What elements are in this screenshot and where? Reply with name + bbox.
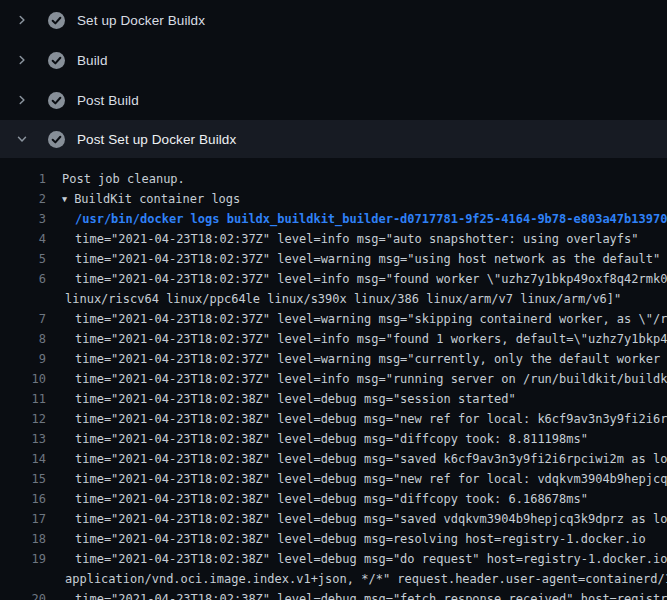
log-line: 18 time="2021-04-23T18:02:38Z" level=deb… (0, 529, 667, 549)
step-label: Post Set up Docker Buildx (77, 132, 236, 147)
log-line: 3 /usr/bin/docker logs buildx_buildkit_b… (0, 209, 667, 229)
line-number[interactable] (0, 289, 46, 309)
log-line: 8 time="2021-04-23T18:02:37Z" level=info… (0, 329, 667, 349)
line-number[interactable]: 3 (0, 209, 46, 229)
log-line: 17 time="2021-04-23T18:02:38Z" level=deb… (0, 509, 667, 529)
line-number[interactable]: 11 (0, 389, 46, 409)
log-line: application/vnd.oci.image.index.v1+json,… (0, 569, 667, 589)
log-text: time="2021-04-23T18:02:38Z" level=debug … (75, 389, 516, 409)
log-text: time="2021-04-23T18:02:37Z" level=warnin… (75, 349, 667, 369)
check-circle-icon (48, 92, 65, 109)
log-text: Post job cleanup. (62, 169, 185, 189)
log-text: time="2021-04-23T18:02:38Z" level=debug … (75, 449, 667, 469)
log-text: time="2021-04-23T18:02:38Z" level=debug … (75, 429, 588, 449)
workflow-log-viewer: Set up Docker Buildx Build P (0, 0, 667, 600)
log-line: 9 time="2021-04-23T18:02:37Z" level=warn… (0, 349, 667, 369)
log-line: 15 time="2021-04-23T18:02:38Z" level=deb… (0, 469, 667, 489)
log-line: 4 time="2021-04-23T18:02:37Z" level=info… (0, 229, 667, 249)
line-number[interactable]: 8 (0, 329, 46, 349)
step-label: Build (77, 53, 108, 68)
log-line: 7 time="2021-04-23T18:02:37Z" level=warn… (0, 309, 667, 329)
log-text: BuildKit container logs (74, 189, 240, 209)
chevron-right-icon[interactable] (14, 52, 30, 68)
log-line: 13 time="2021-04-23T18:02:38Z" level=deb… (0, 429, 667, 449)
step-header-post-build[interactable]: Post Build (0, 80, 667, 120)
step-label: Set up Docker Buildx (77, 13, 205, 28)
line-number[interactable]: 7 (0, 309, 46, 329)
log-text: time="2021-04-23T18:02:38Z" level=debug … (75, 489, 588, 509)
log-line: linux/riscv64 linux/ppc64le linux/s390x … (0, 289, 667, 309)
line-number[interactable]: 4 (0, 229, 46, 249)
log-line: 19 time="2021-04-23T18:02:38Z" level=deb… (0, 549, 667, 569)
log-text: linux/riscv64 linux/ppc64le linux/s390x … (65, 289, 621, 309)
log-text: time="2021-04-23T18:02:37Z" level=info m… (75, 229, 639, 249)
line-number[interactable]: 15 (0, 469, 46, 489)
line-number[interactable]: 14 (0, 449, 46, 469)
log-line: 20 time="2021-04-23T18:02:38Z" level=deb… (0, 589, 667, 600)
chevron-right-icon[interactable] (14, 92, 30, 108)
log-text: time="2021-04-23T18:02:37Z" level=info m… (75, 329, 667, 349)
log-line: 5 time="2021-04-23T18:02:37Z" level=warn… (0, 249, 667, 269)
chevron-down-icon[interactable] (14, 131, 30, 147)
line-number[interactable]: 5 (0, 249, 46, 269)
line-number[interactable]: 20 (0, 589, 46, 600)
log-text: time="2021-04-23T18:02:38Z" level=debug … (75, 409, 667, 429)
log-line: 10 time="2021-04-23T18:02:37Z" level=inf… (0, 369, 667, 389)
log-viewer: 1 Post job cleanup. 2 ▼BuildKit containe… (0, 158, 667, 600)
line-number[interactable]: 12 (0, 409, 46, 429)
line-number[interactable]: 1 (0, 169, 46, 189)
check-circle-icon (48, 12, 65, 29)
line-number[interactable]: 18 (0, 529, 46, 549)
log-text: time="2021-04-23T18:02:37Z" level=info m… (75, 269, 667, 289)
log-text: application/vnd.oci.image.index.v1+json,… (65, 569, 667, 589)
log-text: time="2021-04-23T18:02:37Z" level=warnin… (75, 249, 660, 269)
line-number[interactable]: 10 (0, 369, 46, 389)
log-command-text: /usr/bin/docker logs buildx_buildkit_bui… (75, 209, 667, 229)
log-text: time="2021-04-23T18:02:38Z" level=debug … (75, 469, 667, 489)
log-line: 14 time="2021-04-23T18:02:38Z" level=deb… (0, 449, 667, 469)
line-number[interactable]: 17 (0, 509, 46, 529)
step-header-set-up-docker-buildx[interactable]: Set up Docker Buildx (0, 0, 667, 40)
log-line: 12 time="2021-04-23T18:02:38Z" level=deb… (0, 409, 667, 429)
chevron-right-icon[interactable] (14, 12, 30, 28)
steps-list: Set up Docker Buildx Build P (0, 0, 667, 158)
log-line: 11 time="2021-04-23T18:02:38Z" level=deb… (0, 389, 667, 409)
log-line: 16 time="2021-04-23T18:02:38Z" level=deb… (0, 489, 667, 509)
check-circle-icon (48, 131, 65, 148)
line-number[interactable]: 13 (0, 429, 46, 449)
line-number[interactable]: 9 (0, 349, 46, 369)
line-number[interactable]: 16 (0, 489, 46, 509)
log-line: 2 ▼BuildKit container logs (0, 189, 667, 209)
log-text: time="2021-04-23T18:02:38Z" level=debug … (75, 549, 667, 569)
log-group-toggle-icon[interactable]: ▼ (62, 189, 67, 209)
line-number[interactable]: 19 (0, 549, 46, 569)
log-text: time="2021-04-23T18:02:38Z" level=debug … (75, 509, 667, 529)
log-text: time="2021-04-23T18:02:37Z" level=warnin… (75, 309, 667, 329)
step-label: Post Build (77, 93, 139, 108)
line-number[interactable]: 6 (0, 269, 46, 289)
step-header-build[interactable]: Build (0, 40, 667, 80)
log-line: 1 Post job cleanup. (0, 169, 667, 189)
line-number[interactable] (0, 569, 46, 589)
check-circle-icon (48, 52, 65, 69)
log-text: time="2021-04-23T18:02:38Z" level=debug … (75, 589, 667, 600)
log-line: 6 time="2021-04-23T18:02:37Z" level=info… (0, 269, 667, 289)
log-text: time="2021-04-23T18:02:38Z" level=debug … (75, 529, 646, 549)
step-header-post-set-up-docker-buildx[interactable]: Post Set up Docker Buildx (0, 120, 667, 158)
log-text: time="2021-04-23T18:02:37Z" level=info m… (75, 369, 667, 389)
line-number[interactable]: 2 (0, 189, 46, 209)
